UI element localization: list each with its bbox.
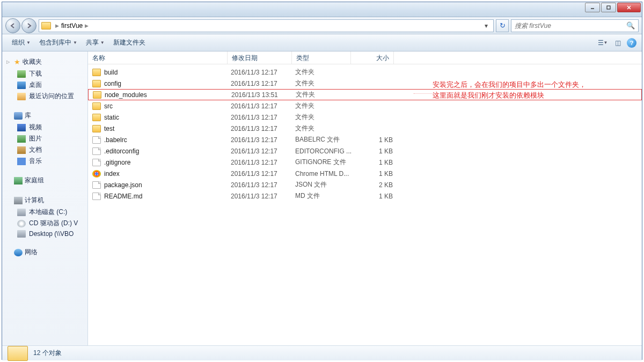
file-row[interactable]: .editorconfig2016/11/3 12:17EDITORCONFIG…	[88, 145, 642, 157]
toolbar: 组织 ▼ 包含到库中 ▼ 共享 ▼ 新建文件夹 ☰ ▼ ◫ ?	[2, 34, 642, 51]
statusbar-folder-icon	[8, 346, 28, 361]
caret-down-icon: ▼	[26, 40, 31, 45]
organize-menu[interactable]: 组织 ▼	[8, 36, 35, 49]
file-type: 文件夹	[295, 68, 354, 77]
titlebar[interactable]	[2, 2, 642, 17]
address-bar[interactable]: ▶ firstVue ▶ ▾	[39, 19, 494, 32]
file-row[interactable]: index2016/11/3 12:17Chrome HTML D...1 KB	[88, 168, 642, 179]
file-date: 2016/11/3 12:17	[231, 125, 295, 132]
refresh-button[interactable]: ↻	[496, 19, 509, 32]
sidebar-item-downloads[interactable]: 下载	[2, 68, 87, 79]
include-menu[interactable]: 包含到库中 ▼	[35, 36, 82, 49]
network-label: 网络	[25, 248, 38, 257]
address-dropdown-icon[interactable]: ▾	[481, 22, 491, 29]
back-button[interactable]	[5, 18, 20, 33]
file-row[interactable]: .gitignore2016/11/3 12:17GITIGNORE 文件1 K…	[88, 157, 642, 168]
view-options-button[interactable]: ☰ ▼	[597, 38, 609, 48]
explorer-window: ▶ firstVue ▶ ▾ ↻ 🔍 组织 ▼ 包含到库中 ▼ 共享 ▼ 新建文…	[2, 2, 642, 360]
share-label: 共享	[86, 38, 99, 47]
sidebar-item-label: 最近访问的位置	[29, 92, 74, 101]
libraries-label: 库	[25, 111, 31, 120]
sidebar-item-network-drive[interactable]: Desktop (\\VBO	[2, 229, 87, 239]
search-input[interactable]	[515, 22, 626, 29]
file-row[interactable]: .babelrc2016/11/3 12:17BABELRC 文件1 KB	[88, 134, 642, 145]
file-date: 2016/11/3 13:51	[231, 91, 296, 99]
sidebar-network-header[interactable]: 网络	[2, 246, 87, 258]
svg-rect-1	[607, 6, 610, 9]
file-date: 2016/11/3 12:17	[231, 170, 295, 178]
file-name: .gitignore	[104, 159, 231, 166]
pictures-icon	[17, 135, 26, 143]
column-header-name[interactable]: 名称	[88, 51, 228, 64]
folder-icon	[41, 22, 51, 29]
file-type: Chrome HTML D...	[295, 170, 354, 178]
file-row[interactable]: test2016/11/3 12:17文件夹	[88, 123, 642, 134]
folder-icon	[92, 80, 101, 87]
sidebar: ▷★收藏夹 下载 桌面 最近访问的位置 库 视频 图片 文档 音乐 家庭组 计算…	[2, 51, 88, 345]
column-header-type[interactable]: 类型	[292, 51, 351, 64]
sidebar-item-documents[interactable]: 文档	[2, 144, 87, 156]
breadcrumb-separator-icon[interactable]: ▶	[85, 23, 89, 28]
sidebar-item-recent[interactable]: 最近访问的位置	[2, 91, 87, 102]
file-type: GITIGNORE 文件	[295, 158, 354, 167]
music-icon	[17, 158, 26, 165]
sidebar-item-label: Desktop (\\VBO	[29, 230, 74, 238]
caret-down-icon: ▼	[100, 40, 105, 45]
breadcrumb-folder[interactable]: firstVue	[61, 22, 83, 29]
column-headers: 名称 修改日期 类型 大小	[88, 51, 642, 64]
sidebar-item-c-drive[interactable]: 本地磁盘 (C:)	[2, 206, 87, 218]
sidebar-item-desktop[interactable]: 桌面	[2, 79, 87, 91]
preview-pane-button[interactable]: ◫	[612, 38, 624, 48]
file-rows: build2016/11/3 12:17文件夹config2016/11/3 1…	[88, 64, 642, 202]
expand-icon: ▷	[6, 60, 12, 64]
file-icon	[92, 159, 101, 166]
organize-label: 组织	[12, 38, 25, 47]
file-icon	[92, 193, 101, 200]
file-row[interactable]: build2016/11/3 12:17文件夹	[88, 67, 642, 78]
documents-icon	[17, 146, 26, 154]
disk-icon	[17, 209, 26, 216]
share-menu[interactable]: 共享 ▼	[82, 36, 109, 49]
file-row[interactable]: node_modules2016/11/3 13:51文件夹	[88, 89, 642, 100]
file-list-area: 名称 修改日期 类型 大小 build2016/11/3 12:17文件夹con…	[88, 51, 642, 345]
maximize-button[interactable]	[601, 3, 616, 12]
sidebar-item-label: 图片	[29, 134, 42, 143]
file-size: 2 KB	[354, 181, 397, 189]
sidebar-item-d-drive[interactable]: CD 驱动器 (D:) V	[2, 218, 87, 229]
file-type: 文件夹	[295, 101, 354, 110]
sidebar-favorites-header[interactable]: ▷★收藏夹	[2, 56, 87, 68]
file-row[interactable]: config2016/11/3 12:17文件夹	[88, 78, 642, 89]
file-row[interactable]: static2016/11/3 12:17文件夹	[88, 112, 642, 123]
sidebar-homegroup-header[interactable]: 家庭组	[2, 174, 87, 187]
column-header-size[interactable]: 大小	[351, 51, 394, 64]
sidebar-item-video[interactable]: 视频	[2, 122, 87, 133]
forward-button[interactable]	[21, 18, 36, 33]
network-drive-icon	[17, 230, 26, 238]
breadcrumb-separator-icon[interactable]: ▶	[55, 23, 59, 28]
file-row[interactable]: src2016/11/3 12:17文件夹	[88, 100, 642, 112]
sidebar-computer-header[interactable]: 计算机	[2, 194, 87, 206]
search-icon[interactable]: 🔍	[626, 21, 635, 29]
folder-icon	[93, 91, 101, 99]
sidebar-item-pictures[interactable]: 图片	[2, 133, 87, 144]
help-button[interactable]: ?	[627, 38, 636, 48]
sidebar-item-music[interactable]: 音乐	[2, 156, 87, 167]
sidebar-item-label: 下载	[29, 69, 42, 78]
close-button[interactable]	[617, 3, 641, 12]
network-icon	[14, 249, 23, 256]
library-icon	[14, 112, 23, 120]
file-name: .babelrc	[104, 136, 231, 144]
minimize-button[interactable]	[585, 3, 600, 12]
file-date: 2016/11/3 12:17	[231, 69, 295, 76]
search-box[interactable]: 🔍	[511, 19, 639, 32]
new-folder-button[interactable]: 新建文件夹	[109, 36, 150, 49]
computer-icon	[14, 197, 23, 204]
new-folder-label: 新建文件夹	[113, 38, 145, 47]
file-row[interactable]: README.md2016/11/3 12:17MD 文件1 KB	[88, 190, 642, 202]
file-date: 2016/11/3 12:17	[231, 136, 295, 144]
sidebar-item-label: 文档	[29, 145, 42, 154]
file-type: 文件夹	[295, 113, 354, 122]
column-header-date[interactable]: 修改日期	[228, 51, 292, 64]
file-row[interactable]: package.json2016/11/3 12:17JSON 文件2 KB	[88, 179, 642, 190]
sidebar-libraries-header[interactable]: 库	[2, 109, 87, 122]
